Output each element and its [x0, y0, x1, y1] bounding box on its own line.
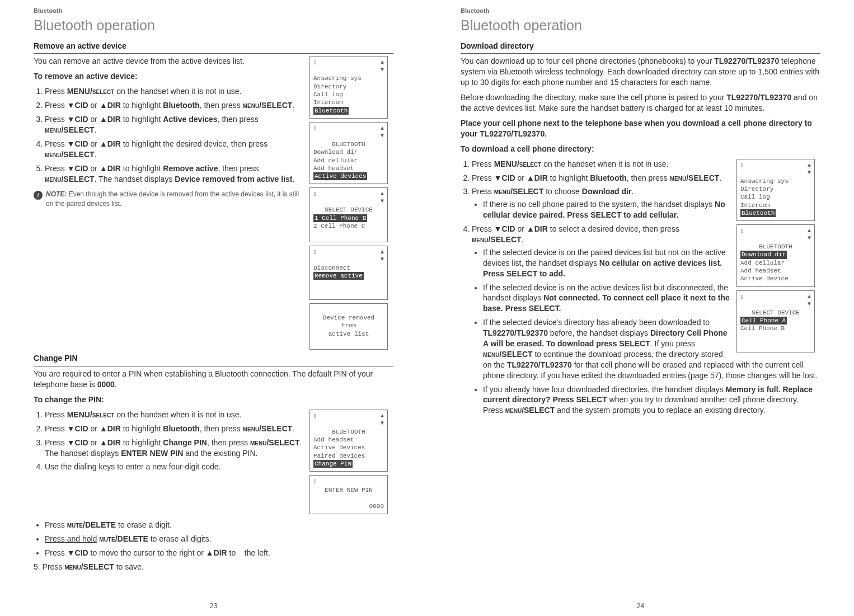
lcd-line: Call log	[740, 193, 811, 201]
section-divider	[34, 53, 393, 54]
lcd-line: 0000	[313, 502, 384, 510]
sub-item: Press and hold mute/DELETE to erase all …	[45, 534, 393, 544]
lcd-line: BLUETOOTH	[313, 140, 384, 148]
body-paragraph-bold: Place your cell phone next to the teleph…	[461, 118, 820, 139]
lcd-line: Cell Phone B	[740, 325, 811, 332]
page-right: Bluetooth Bluetooth operation Download d…	[427, 0, 854, 616]
page-number: 24	[427, 601, 854, 610]
sub-item: Press mute/DELETE to erase a digit.	[45, 520, 393, 530]
lcd-line: Directory	[313, 83, 384, 91]
lcd-line: Add headset	[740, 267, 811, 275]
note-block: NOTE: Even though the active device is r…	[34, 190, 393, 208]
battery-icon: ▯	[740, 227, 744, 242]
scroll-icon: ▲▼	[381, 59, 384, 73]
battery-icon: ▯	[740, 162, 744, 176]
page-title: Bluetooth operation	[34, 16, 393, 35]
lcd-line: Add headset	[313, 436, 384, 444]
lcd-line: Add cellular	[740, 259, 811, 267]
page-title: Bluetooth operation	[461, 16, 820, 35]
breadcrumb: Bluetooth	[34, 7, 393, 15]
page-left: Bluetooth Bluetooth operation Remove an …	[0, 0, 427, 616]
lcd-screen: ▯▲▼ Answering sys Directory Call log Int…	[309, 56, 388, 118]
lcd-line: Active devices	[313, 444, 384, 452]
lcd-screen: ▯▲▼ SELECT DEVICE Cell Phone A Cell Phon…	[736, 290, 815, 352]
sub-item: If you already have four downloaded dire…	[483, 384, 820, 416]
body-paragraph: Before downloading the directory, make s…	[461, 92, 820, 114]
lcd-line: Device removed	[313, 314, 384, 322]
lcd-line-selected: Change PIN	[313, 460, 353, 468]
lcd-screen: ▯▲▼ BLUETOOTH Add headset Active devices…	[309, 410, 388, 472]
lcd-line: Active device	[740, 275, 811, 283]
lcd-line: active list	[313, 330, 384, 338]
lcd-line-selected: 1 Cell Phone B	[313, 214, 367, 222]
procedure-title: To change the PIN:	[34, 394, 393, 405]
scroll-icon: ▲▼	[381, 125, 384, 139]
sub-item: Press ▼CID to move the cursor to the rig…	[45, 548, 393, 558]
battery-icon: ▯	[740, 293, 744, 308]
scroll-icon: ▲▼	[808, 293, 811, 308]
lcd-line: SELECT DEVICE	[740, 309, 811, 317]
battery-icon: ▯	[313, 125, 317, 139]
battery-icon: ▯	[313, 59, 317, 73]
lcd-line: Answering sys	[313, 74, 384, 82]
battery-icon: ▯	[313, 478, 317, 485]
lcd-line: Answering sys	[740, 177, 811, 185]
lcd-line: ENTER NEW PIN	[313, 486, 384, 494]
lcd-column-3: ▯▲▼ Answering sys Directory Call log Int…	[736, 159, 820, 356]
lcd-line: Add headset	[313, 164, 384, 172]
sub-list: Press mute/DELETE to erase a digit. Pres…	[34, 520, 393, 558]
section-remove-title: Remove an active device	[34, 41, 393, 51]
lcd-screen: Device removed from active list	[309, 303, 388, 350]
lcd-line-selected: Bluetooth	[313, 107, 349, 115]
scroll-icon: ▲▼	[808, 162, 811, 176]
lcd-line: BLUETOOTH	[313, 428, 384, 436]
note-text: Even though the active device is removed…	[46, 190, 299, 207]
lcd-screen: ▯▲▼ Answering sys Directory Call log Int…	[736, 159, 815, 221]
lcd-line-selected: Remove active	[313, 272, 364, 280]
procedure-step: 5. Press menu/SELECT to save.	[34, 562, 393, 572]
scroll-icon: ▲▼	[381, 412, 384, 427]
lcd-line-selected: Cell Phone A	[740, 317, 787, 325]
lcd-screen: ▯▲▼ Disconnect Remove active	[309, 246, 388, 300]
lcd-line: Add cellular	[313, 157, 384, 164]
lcd-line: 2 Cell Phone C	[313, 222, 384, 230]
lcd-line: Disconnect	[313, 264, 384, 272]
lcd-line: from	[313, 322, 384, 330]
scroll-icon: ▲▼	[381, 248, 384, 263]
procedure-title: To download a cell phone directory:	[461, 144, 820, 154]
lcd-line: Call log	[313, 91, 384, 98]
lcd-line-selected: Active devices	[313, 172, 367, 180]
breadcrumb: Bluetooth	[461, 7, 820, 15]
section-divider	[34, 366, 393, 366]
section-download-title: Download directory	[461, 41, 820, 51]
lcd-screen: ▯▲▼ BLUETOOTH Download dir Add cellular …	[736, 224, 815, 286]
battery-icon: ▯	[313, 412, 317, 427]
note-label: NOTE:	[46, 190, 67, 198]
section-divider	[461, 53, 820, 54]
lcd-line-selected: Bluetooth	[740, 209, 776, 217]
lcd-line: Intercom	[740, 201, 811, 209]
lcd-line-selected: Download dir	[740, 251, 787, 258]
scroll-icon: ▲▼	[808, 227, 811, 242]
lcd-line: Directory	[740, 185, 811, 193]
lcd-screen: ▯▲▼ BLUETOOTH Download dir Add cellular …	[309, 122, 388, 184]
lcd-line: Download dir	[313, 148, 384, 156]
lcd-line: Intercom	[313, 98, 384, 106]
page-number: 23	[0, 601, 427, 610]
lcd-line: Paired devices	[313, 452, 384, 460]
section-intro: You are required to enter a PIN when est…	[34, 369, 393, 390]
lcd-line: BLUETOOTH	[740, 243, 811, 251]
section-changepin-title: Change PIN	[34, 353, 393, 364]
lcd-column-2: ▯▲▼ BLUETOOTH Add headset Active devices…	[309, 410, 393, 518]
lcd-screen: ▯ ENTER NEW PIN 0000	[309, 475, 388, 514]
battery-icon: ▯	[313, 248, 317, 263]
body-paragraph: You can download up to four cell phone d…	[461, 56, 820, 88]
